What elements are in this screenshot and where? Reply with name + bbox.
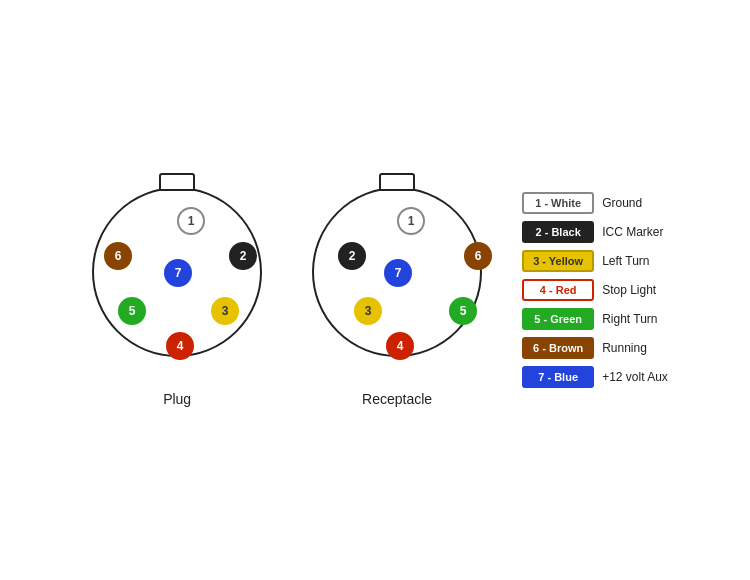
receptacle-pin-5: 5 — [449, 297, 477, 325]
legend-badge-7: 7 - Blue — [522, 366, 594, 388]
legend-row-6: 6 - BrownRunning — [522, 337, 668, 359]
receptacle-connector: 1234567 — [302, 173, 492, 383]
legend-row-3: 3 - YellowLeft Turn — [522, 250, 668, 272]
plug-label: Plug — [163, 391, 191, 407]
receptacle-pin-2: 2 — [338, 242, 366, 270]
plug-connector: 1234567 — [82, 173, 272, 383]
plug-pin-7: 7 — [164, 259, 192, 287]
legend-row-1: 1 - WhiteGround — [522, 192, 668, 214]
legend-row-2: 2 - BlackICC Marker — [522, 221, 668, 243]
legend-desc-1: Ground — [602, 196, 642, 210]
plug-diagram: 1234567 Plug — [82, 173, 272, 407]
legend-row-4: 4 - RedStop Light — [522, 279, 668, 301]
plug-pin-3: 3 — [211, 297, 239, 325]
legend-badge-1: 1 - White — [522, 192, 594, 214]
legend-desc-5: Right Turn — [602, 312, 657, 326]
legend-desc-3: Left Turn — [602, 254, 649, 268]
legend-desc-4: Stop Light — [602, 283, 656, 297]
receptacle-pin-3: 3 — [354, 297, 382, 325]
receptacle-label: Receptacle — [362, 391, 432, 407]
receptacle-pin-6: 6 — [464, 242, 492, 270]
legend-badge-6: 6 - Brown — [522, 337, 594, 359]
legend-badge-3: 3 - Yellow — [522, 250, 594, 272]
receptacle-pin-1: 1 — [397, 207, 425, 235]
receptacle-pin-7: 7 — [384, 259, 412, 287]
receptacle-diagram: 1234567 Receptacle — [302, 173, 492, 407]
legend-section: 1 - WhiteGround2 - BlackICC Marker3 - Ye… — [522, 192, 668, 388]
plug-pin-6: 6 — [104, 242, 132, 270]
legend-badge-4: 4 - Red — [522, 279, 594, 301]
plug-pin-4: 4 — [166, 332, 194, 360]
plug-pin-1: 1 — [177, 207, 205, 235]
plug-tab — [159, 173, 195, 191]
plug-pin-2: 2 — [229, 242, 257, 270]
legend-desc-7: +12 volt Aux — [602, 370, 668, 384]
main-container: 1234567 Plug 1234567 Receptacle 1 - Whit… — [0, 0, 750, 580]
legend-row-7: 7 - Blue+12 volt Aux — [522, 366, 668, 388]
plug-pin-5: 5 — [118, 297, 146, 325]
receptacle-tab — [379, 173, 415, 191]
legend-badge-2: 2 - Black — [522, 221, 594, 243]
legend-badge-5: 5 - Green — [522, 308, 594, 330]
legend-desc-6: Running — [602, 341, 647, 355]
diagrams-section: 1234567 Plug 1234567 Receptacle — [82, 173, 492, 407]
legend-row-5: 5 - GreenRight Turn — [522, 308, 668, 330]
legend-desc-2: ICC Marker — [602, 225, 663, 239]
receptacle-pin-4: 4 — [386, 332, 414, 360]
